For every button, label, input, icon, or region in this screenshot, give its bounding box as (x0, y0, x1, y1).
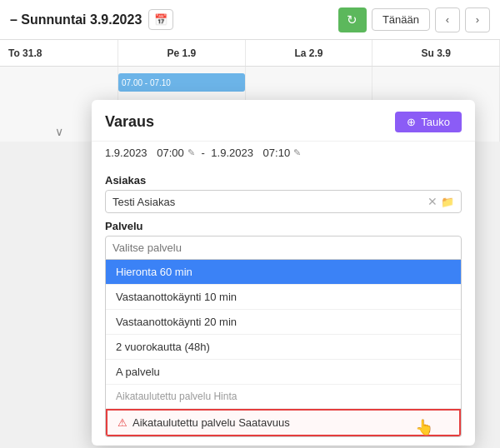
dropdown-item-5[interactable]: Aikataulutettu palvelu Hinta (106, 385, 461, 409)
modal-header: Varaus ⊕ Tauko (92, 100, 475, 142)
asiakas-label: Asiakas (105, 174, 462, 187)
col-header-sat: La 2.9 (246, 40, 373, 66)
calendar-picker-button[interactable]: 📅 (148, 9, 173, 30)
time-from: 07:00 (157, 147, 184, 159)
modal-body: Asiakas Testi Asiakas ✕ 📁 Palvelu Hieron… (92, 174, 475, 446)
modal-dates: 1.9.2023 07:00 ✎ - 1.9.2023 07:10 ✎ (92, 142, 475, 167)
page-title: – Sunnuntai 3.9.2023 (10, 12, 142, 27)
dropdown-item-0[interactable]: Hieronta 60 min (106, 260, 461, 285)
calendar-header: To 31.8 Pe 1.9 La 2.9 Su 3.9 (0, 40, 500, 67)
refresh-button[interactable]: ↻ (338, 7, 367, 32)
prev-week-button[interactable]: ‹ (435, 7, 460, 32)
dropdown-item-2[interactable]: Vastaanottokäynti 20 min (106, 310, 461, 335)
dropdown-item-1[interactable]: Vastaanottokäynti 10 min (106, 285, 461, 310)
col-header-sun: Su 3.9 (372, 40, 500, 66)
asiakas-value: Testi Asiakas (112, 196, 424, 208)
varaus-modal: Varaus ⊕ Tauko 1.9.2023 07:00 ✎ - 1.9.20… (92, 100, 475, 446)
tauko-label: Tauko (421, 116, 450, 128)
dropdown-item-3[interactable]: 2 vuorokautta (48h) (106, 335, 461, 360)
date-to: 1.9.2023 (211, 147, 253, 159)
col-header-fri: Pe 1.9 (118, 40, 246, 66)
tauko-button[interactable]: ⊕ Tauko (395, 112, 462, 132)
highlighted-item-text: Aikataulutettu palvelu Saatavuus (132, 416, 290, 429)
chevron-right-icon: › (476, 13, 479, 26)
time-to: 07:10 (263, 147, 291, 159)
clear-asiakas-icon[interactable]: ✕ (428, 195, 438, 208)
calendar-icon: 📅 (154, 13, 168, 26)
palvelu-label: Palvelu (105, 220, 462, 232)
next-week-button[interactable]: › (465, 7, 490, 32)
refresh-icon: ↻ (347, 12, 358, 27)
today-label: Tänään (382, 13, 419, 26)
header-left: – Sunnuntai 3.9.2023 📅 (10, 9, 173, 30)
dropdown-item-4[interactable]: A palvelu (106, 360, 461, 385)
header: – Sunnuntai 3.9.2023 📅 ↻ Tänään ‹ › (0, 0, 500, 40)
today-button[interactable]: Tänään (372, 8, 430, 31)
date-from: 1.9.2023 (105, 147, 148, 159)
warning-icon: ⚠ (118, 416, 128, 429)
palvelu-dropdown: Hieronta 60 min Vastaanottokäynti 10 min… (105, 260, 462, 437)
edit-to-icon[interactable]: ✎ (293, 147, 301, 158)
modal-title: Varaus (105, 113, 154, 131)
folder-icon[interactable]: 📁 (441, 196, 454, 208)
chevron-down-icon: ∨ (55, 125, 63, 138)
chevron-left-icon: ‹ (446, 13, 449, 26)
dropdown-item-highlighted[interactable]: ⚠ Aikataulutettu palvelu Saatavuus (106, 409, 461, 436)
header-right: ↻ Tänään ‹ › (338, 7, 490, 32)
tauko-icon: ⊕ (407, 116, 416, 128)
asiakas-field: Testi Asiakas ✕ 📁 (105, 190, 462, 213)
edit-from-icon[interactable]: ✎ (188, 147, 195, 158)
calendar-event[interactable]: 07.00 - 07.10 (118, 73, 245, 92)
palvelu-input[interactable] (105, 236, 462, 260)
col-header-thu: To 31.8 (0, 40, 118, 66)
